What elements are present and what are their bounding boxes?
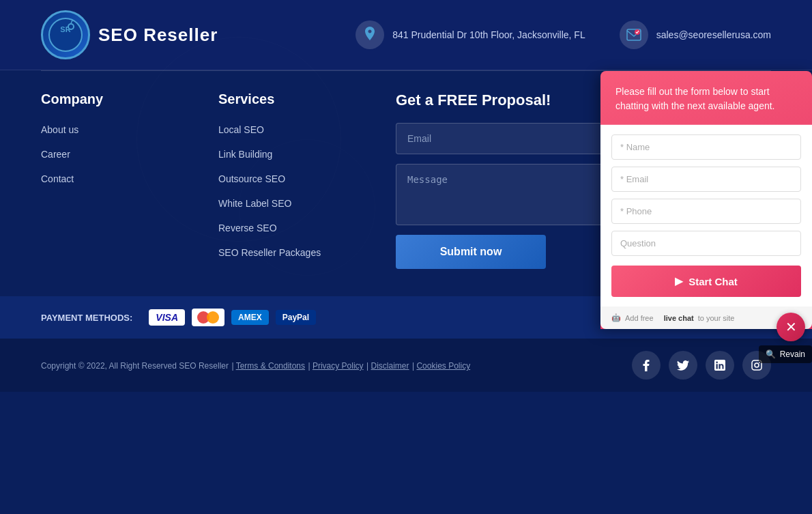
chat-close-button[interactable]: ✕: [777, 313, 805, 341]
logo-name: SEO Reseller: [98, 25, 218, 46]
linkedin-icon[interactable]: [706, 351, 734, 380]
chat-widget: Please fill out the form below to start …: [600, 71, 812, 329]
address-contact: 841 Prudential Dr 10th Floor, Jacksonvil…: [356, 20, 585, 49]
site-header: SR SEO Reseller 841 Prudential Dr 10th F…: [0, 0, 812, 70]
logo-icon: SR: [41, 10, 90, 59]
submit-button[interactable]: Submit now: [396, 235, 546, 269]
chat-widget-header: Please fill out the form below to start …: [600, 71, 812, 125]
local-seo-link[interactable]: Local SEO: [218, 124, 264, 135]
svg-point-3: [69, 25, 73, 29]
paypal-card-icon: PayPal: [276, 310, 316, 325]
chat-question-input[interactable]: [611, 231, 801, 256]
payment-label: PAYMENT METHODS:: [41, 313, 132, 323]
seo-reseller-packages-link[interactable]: SEO Reseller Packages: [218, 247, 321, 258]
company-title: Company: [41, 91, 191, 107]
outsource-seo-link[interactable]: Outsource SEO: [218, 173, 285, 184]
list-item: White Label SEO: [218, 197, 368, 210]
disclaimer-link[interactable]: Disclaimer: [371, 361, 409, 371]
chat-footer-emoji: 🤖: [611, 313, 621, 322]
career-link[interactable]: Career: [41, 149, 70, 160]
about-us-link[interactable]: About us: [41, 124, 78, 135]
social-icons: [632, 351, 771, 380]
address-text: 841 Prudential Dr 10th Floor, Jacksonvil…: [392, 29, 585, 40]
list-item: SEO Reseller Packages: [218, 246, 368, 259]
cookies-link[interactable]: Cookies Policy: [416, 361, 470, 371]
terms-link[interactable]: Terms & Conditons: [236, 361, 305, 371]
privacy-link[interactable]: Privacy Policy: [313, 361, 364, 371]
footer-copyright-area: Copyright © 2022, All Right Reserved SEO…: [41, 359, 470, 371]
main-content: Company About us Career Contact Services…: [0, 71, 812, 296]
mastercard-icon: [192, 309, 224, 326]
email-text: sales@seoresellerusa.com: [656, 29, 771, 40]
svg-point-8: [755, 363, 759, 367]
footer-bottom: Copyright © 2022, All Right Reserved SEO…: [0, 339, 812, 392]
payment-cards: VISA AMEX PayPal: [149, 309, 316, 326]
services-links: Local SEO Link Building Outsource SEO Wh…: [218, 124, 368, 259]
list-item: Outsource SEO: [218, 173, 368, 185]
revain-text: Revain: [780, 349, 805, 359]
revain-icon: 🔍: [766, 349, 776, 359]
contact-link[interactable]: Contact: [41, 173, 74, 184]
start-chat-label: Start Chat: [688, 276, 738, 287]
services-column: Services Local SEO Link Building Outsour…: [218, 91, 368, 269]
list-item: Contact: [41, 173, 191, 185]
list-item: Reverse SEO: [218, 222, 368, 234]
play-icon: ▶: [675, 275, 683, 287]
chat-email-input[interactable]: [611, 167, 801, 192]
list-item: Career: [41, 148, 191, 160]
chat-footer-add-text: Add free: [625, 314, 654, 322]
chat-footer-live-chat-link[interactable]: live chat: [664, 314, 694, 322]
company-column: Company About us Career Contact: [41, 91, 191, 269]
location-icon: [356, 20, 384, 49]
svg-point-0: [49, 18, 82, 51]
list-item: About us: [41, 124, 191, 136]
chat-header-text: Please fill out the form below to start …: [615, 86, 775, 111]
logo-area: SR SEO Reseller: [41, 10, 218, 59]
chat-footer-suffix: to your site: [698, 314, 735, 322]
list-item: Local SEO: [218, 124, 368, 136]
visa-card-icon: VISA: [149, 309, 185, 326]
facebook-icon[interactable]: [632, 351, 661, 380]
start-chat-button[interactable]: ▶ Start Chat: [611, 266, 801, 297]
twitter-icon[interactable]: [669, 351, 697, 380]
link-building-link[interactable]: Link Building: [218, 149, 272, 160]
list-item: Link Building: [218, 148, 368, 160]
revain-badge: 🔍 Revain: [759, 345, 812, 363]
company-links: About us Career Contact: [41, 124, 191, 185]
copyright-text: Copyright © 2022, All Right Reserved SEO…: [41, 361, 229, 371]
chat-phone-input[interactable]: [611, 199, 801, 224]
email-contact: sales@seoresellerusa.com: [620, 20, 771, 49]
main-wrapper: Company About us Career Contact Services…: [0, 71, 812, 296]
amex-card-icon: AMEX: [231, 310, 269, 325]
chat-widget-body: ▶ Start Chat: [600, 125, 812, 306]
services-title: Services: [218, 91, 368, 107]
chat-name-input[interactable]: [611, 134, 801, 160]
email-icon: [620, 20, 648, 49]
reverse-seo-link[interactable]: Reverse SEO: [218, 223, 277, 233]
header-contact: 841 Prudential Dr 10th Floor, Jacksonvil…: [356, 20, 771, 49]
white-label-seo-link[interactable]: White Label SEO: [218, 198, 291, 209]
